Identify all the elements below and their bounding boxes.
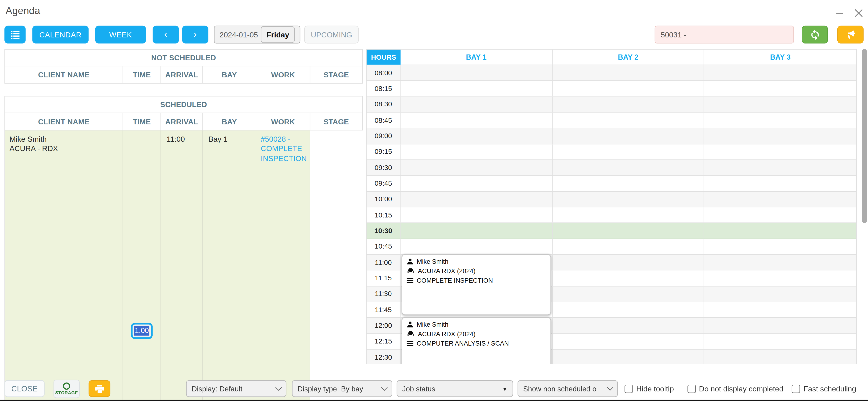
calendar-scrollbar[interactable] [862, 49, 867, 223]
calendar-cell[interactable] [705, 65, 856, 80]
time-input[interactable]: 1.00 [131, 323, 153, 339]
upcoming-button[interactable]: UPCOMING [304, 26, 359, 44]
toolbar: CALENDAR WEEK ‹ › 2024-01-05 Friday UPCO… [0, 26, 868, 44]
calendar-cell[interactable] [400, 128, 552, 144]
calendar-cell[interactable] [553, 176, 705, 191]
calendar-cell[interactable] [400, 223, 552, 238]
checkbox-box[interactable] [687, 384, 695, 393]
calendar-cell[interactable] [705, 318, 856, 333]
person-icon [407, 321, 413, 328]
calendar-cell[interactable] [553, 144, 705, 160]
calendar-cell[interactable] [705, 144, 856, 160]
calendar-cell[interactable] [400, 239, 552, 254]
calendar-cell[interactable] [553, 81, 705, 96]
show-non-scheduled-select[interactable]: Show non scheduled o [518, 380, 618, 397]
storage-button[interactable]: STORAGE [54, 379, 80, 398]
calendar-cell[interactable] [553, 65, 705, 80]
agenda-window: Agenda CALENDAR WEEK ‹ › 2024-01-05 Frid… [0, 0, 868, 401]
close-button[interactable]: CLOSE [4, 380, 44, 397]
checkbox-do-not-display-completed[interactable]: Do not display completed [687, 384, 783, 393]
checkbox-box[interactable] [792, 384, 800, 393]
checkbox-hide-tooltip[interactable]: Hide tooltip [624, 384, 674, 393]
bay-header: BAY 2 [553, 50, 705, 64]
calendar-cell[interactable] [553, 255, 705, 270]
event-card[interactable]: Mike Smith ACURA RDX (2024) COMPUTER ANA… [402, 317, 551, 364]
calendar-cell[interactable] [705, 302, 856, 317]
column-header: ARRIVAL [161, 113, 203, 130]
time-row: 09:30 [367, 160, 856, 176]
column-header: BAY [203, 113, 256, 130]
calendar-cell[interactable] [553, 128, 705, 144]
calendar-cell[interactable] [400, 81, 552, 96]
calendar-button[interactable]: CALENDAR [32, 26, 89, 44]
work-order-link[interactable]: #50028 - COMPLETE INSPECTION [261, 135, 307, 163]
checkbox-fast-scheduling[interactable]: Fast scheduling [792, 384, 856, 393]
next-day-button[interactable]: › [182, 26, 209, 44]
calendar-cell[interactable] [705, 97, 856, 112]
time-label: 08:15 [367, 81, 400, 96]
announce-button[interactable] [837, 26, 864, 44]
week-button[interactable]: WEEK [95, 26, 146, 44]
calendar-cell[interactable] [400, 176, 552, 191]
calendar-cell[interactable] [705, 176, 856, 191]
calendar-cell[interactable] [553, 349, 705, 364]
calendar-cell[interactable] [553, 113, 705, 128]
calendar-cell[interactable] [553, 334, 705, 349]
job-search-input[interactable] [655, 26, 794, 44]
calendar-cell[interactable] [400, 97, 552, 112]
window-controls [835, 8, 864, 18]
prev-day-button[interactable]: ‹ [153, 26, 179, 44]
time-label: 10:30 [367, 223, 400, 238]
calendar-cell[interactable] [553, 223, 705, 238]
calendar-cell[interactable] [705, 286, 856, 302]
calendar-cell[interactable] [705, 128, 856, 144]
calendar-cell[interactable] [400, 160, 552, 175]
calendar-cell[interactable] [400, 192, 552, 207]
display-select[interactable]: Display: Default [186, 380, 286, 397]
calendar-cell[interactable] [705, 81, 856, 96]
calendar-cell[interactable] [705, 113, 856, 128]
table-row[interactable]: Mike Smith ACURA - RDX 1.00 11:00 Bay 1 … [5, 130, 362, 401]
calendar-cell[interactable] [553, 239, 705, 254]
car-icon [407, 331, 414, 338]
calendar-cell[interactable] [400, 207, 552, 223]
minimize-button[interactable] [835, 8, 845, 18]
list-view-button[interactable] [4, 26, 26, 44]
calendar-cell[interactable] [705, 160, 856, 175]
calendar-cell[interactable] [705, 334, 856, 349]
event-card[interactable]: Mike Smith ACURA RDX (2024) COMPLETE INS… [402, 254, 551, 315]
calendar-cell[interactable] [553, 286, 705, 302]
calendar-cell[interactable] [553, 97, 705, 112]
checkbox-box[interactable] [624, 384, 633, 393]
calendar-cell[interactable] [553, 270, 705, 286]
calendar-cell[interactable] [705, 223, 856, 238]
calendar-cell[interactable] [400, 113, 552, 128]
calendar-cell[interactable] [705, 270, 856, 286]
calendar-cell[interactable] [553, 302, 705, 317]
time-cell: 1.00 [123, 131, 161, 401]
job-status-select[interactable]: Job status ▼ [397, 380, 513, 397]
calendar-cell[interactable] [705, 349, 856, 364]
calendar-cell[interactable] [553, 207, 705, 223]
refresh-button[interactable] [802, 26, 828, 44]
display-type-select[interactable]: Display type: By bay [292, 380, 392, 397]
date-field[interactable]: 2024-01-05 Friday [214, 26, 301, 44]
calendar-cell[interactable] [705, 255, 856, 270]
calendar-cell[interactable] [400, 144, 552, 160]
calendar-cell[interactable] [705, 207, 856, 223]
event-client: Mike Smith [417, 321, 448, 328]
print-button[interactable] [89, 380, 110, 397]
calendar-cell[interactable] [705, 192, 856, 207]
calendar-cell[interactable] [553, 192, 705, 207]
calendar-cell[interactable] [400, 65, 552, 80]
checkbox-label: Fast scheduling [804, 384, 856, 393]
time-row: 09:00 [367, 128, 856, 144]
time-label: 12:30 [367, 349, 400, 364]
time-label: 08:45 [367, 113, 400, 128]
close-window-button[interactable] [854, 8, 864, 18]
calendar-cell[interactable] [705, 239, 856, 254]
calendar-cell[interactable] [553, 160, 705, 175]
calendar-cell[interactable] [553, 318, 705, 333]
scheduled-table: SCHEDULED CLIENT NAMETIMEARRIVALBAYWORKS… [4, 96, 363, 401]
page-title: Agenda [6, 5, 40, 17]
